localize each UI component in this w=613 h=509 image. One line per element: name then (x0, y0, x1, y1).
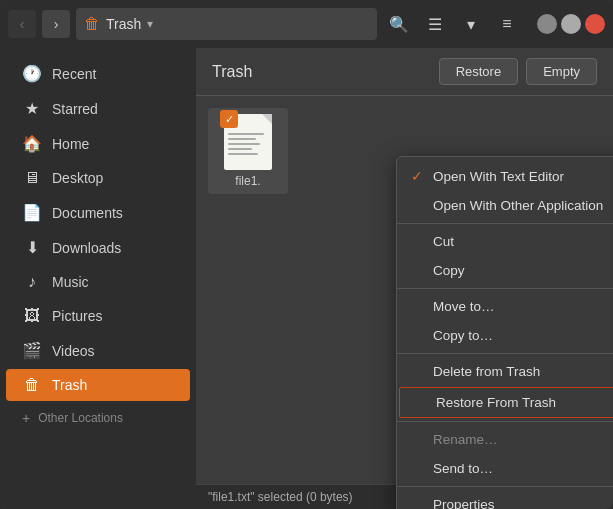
ctx-rename: Rename… F2 (397, 425, 613, 454)
sidebar-item-documents-label: Documents (52, 205, 123, 221)
plus-icon: + (22, 410, 30, 426)
music-icon: ♪ (22, 273, 42, 291)
sidebar-item-pictures-label: Pictures (52, 308, 103, 324)
location-label: Trash (106, 16, 141, 32)
downloads-icon: ⬇ (22, 238, 42, 257)
content-area: Trash Restore Empty ✓ (196, 48, 613, 509)
toolbar-actions: 🔍 ☰ ▾ ≡ (383, 8, 523, 40)
forward-button[interactable]: › (42, 10, 70, 38)
ctx-copy[interactable]: Copy Ctrl+C (397, 256, 613, 285)
sidebar-item-home-label: Home (52, 136, 89, 152)
sidebar-item-desktop[interactable]: 🖥 Desktop (6, 162, 190, 194)
menu-button[interactable]: ≡ (491, 8, 523, 40)
documents-icon: 📄 (22, 203, 42, 222)
file-grid: ✓ file1. (196, 96, 613, 484)
home-icon: 🏠 (22, 134, 42, 153)
ctx-delete-from-trash[interactable]: Delete from Trash Delete (397, 357, 613, 386)
empty-button[interactable]: Empty (526, 58, 597, 85)
content-title: Trash (212, 63, 252, 81)
ctx-move-to[interactable]: Move to… (397, 292, 613, 321)
ctx-restore-from-trash[interactable]: Restore From Trash (399, 387, 613, 418)
chevron-down-icon: ▾ (147, 17, 153, 31)
sidebar-item-music[interactable]: ♪ Music (6, 266, 190, 298)
sidebar-item-other-locations[interactable]: + Other Locations (6, 404, 190, 432)
location-bar[interactable]: 🗑 Trash ▾ (76, 8, 377, 40)
back-button[interactable]: ‹ (8, 10, 36, 38)
sidebar-item-downloads-label: Downloads (52, 240, 121, 256)
separator-4 (397, 421, 613, 422)
starred-icon: ★ (22, 99, 42, 118)
sidebar: 🕐 Recent ★ Starred 🏠 Home 🖥 Desktop 📄 Do… (0, 48, 196, 509)
sidebar-item-downloads[interactable]: ⬇ Downloads (6, 231, 190, 264)
file-name: file1. (235, 174, 260, 188)
pictures-icon: 🖼 (22, 307, 42, 325)
separator-5 (397, 486, 613, 487)
ctx-open-text-editor[interactable]: ✓ Open With Text Editor Return (397, 161, 613, 191)
check-icon: ✓ (411, 168, 427, 184)
sidebar-item-desktop-label: Desktop (52, 170, 103, 186)
separator-3 (397, 353, 613, 354)
sidebar-item-trash-label: Trash (52, 377, 87, 393)
sidebar-item-videos-label: Videos (52, 343, 95, 359)
sidebar-item-pictures[interactable]: 🖼 Pictures (6, 300, 190, 332)
file-checkbox: ✓ (220, 110, 238, 128)
maximize-button[interactable] (561, 14, 581, 34)
sidebar-item-home[interactable]: 🏠 Home (6, 127, 190, 160)
sidebar-item-starred-label: Starred (52, 101, 98, 117)
close-button[interactable] (585, 14, 605, 34)
sidebar-item-recent-label: Recent (52, 66, 96, 82)
window-controls (537, 14, 605, 34)
trash-sidebar-icon: 🗑 (22, 376, 42, 394)
ctx-cut[interactable]: Cut Ctrl+X (397, 227, 613, 256)
file-preview (224, 125, 272, 159)
sidebar-item-trash[interactable]: 🗑 Trash (6, 369, 190, 401)
sidebar-item-starred[interactable]: ★ Starred (6, 92, 190, 125)
recent-icon: 🕐 (22, 64, 42, 83)
ctx-send-to[interactable]: Send to… (397, 454, 613, 483)
sidebar-item-documents[interactable]: 📄 Documents (6, 196, 190, 229)
videos-icon: 🎬 (22, 341, 42, 360)
view-toggle-button[interactable]: ▾ (455, 8, 487, 40)
separator-2 (397, 288, 613, 289)
titlebar: ‹ › 🗑 Trash ▾ 🔍 ☰ ▾ ≡ (0, 0, 613, 48)
separator-1 (397, 223, 613, 224)
view-list-button[interactable]: ☰ (419, 8, 451, 40)
sidebar-item-videos[interactable]: 🎬 Videos (6, 334, 190, 367)
content-header: Trash Restore Empty (196, 48, 613, 96)
sidebar-item-other-label: Other Locations (38, 411, 123, 425)
ctx-copy-to[interactable]: Copy to… (397, 321, 613, 350)
file-icon: ✓ (224, 114, 272, 170)
sidebar-item-music-label: Music (52, 274, 89, 290)
restore-button[interactable]: Restore (439, 58, 519, 85)
desktop-icon: 🖥 (22, 169, 42, 187)
trash-icon: 🗑 (84, 15, 100, 33)
minimize-button[interactable] (537, 14, 557, 34)
header-actions: Restore Empty (439, 58, 597, 85)
ctx-open-other-app[interactable]: Open With Other Application (397, 191, 613, 220)
main-area: 🕐 Recent ★ Starred 🏠 Home 🖥 Desktop 📄 Do… (0, 48, 613, 509)
statusbar-text: "file1.txt" selected (0 bytes) (208, 490, 353, 504)
file-item[interactable]: ✓ file1. (208, 108, 288, 194)
ctx-properties[interactable]: Properties Ctrl+I (397, 490, 613, 509)
search-button[interactable]: 🔍 (383, 8, 415, 40)
context-menu: ✓ Open With Text Editor Return Open With… (396, 156, 613, 509)
sidebar-item-recent[interactable]: 🕐 Recent (6, 57, 190, 90)
window: ‹ › 🗑 Trash ▾ 🔍 ☰ ▾ ≡ 🕐 Recent ★ (0, 0, 613, 509)
